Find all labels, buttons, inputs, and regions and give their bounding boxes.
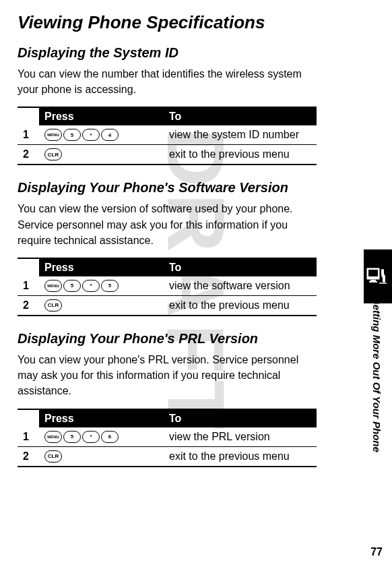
section-body: You can view the number that identifies … (18, 66, 317, 97)
clear-key-icon: CLR (44, 299, 62, 311)
step-description: exit to the previous menu (164, 295, 317, 315)
five-key-icon: 5 (63, 129, 81, 141)
computer-phone-icon (366, 267, 389, 286)
sidebar-chapter-label: Getting More Out Of Your Phone (371, 297, 383, 452)
key-sequence-cell: CLR (39, 145, 164, 165)
table-row: 2 CLR exit to the previous menu (18, 446, 317, 466)
step-description: view the system ID number (164, 125, 317, 145)
five-key-icon: 5 (101, 280, 119, 292)
step-description: exit to the previous menu (164, 145, 317, 165)
six-key-icon: 6 (101, 431, 119, 443)
table-header-press: Press (39, 108, 164, 125)
step-number: 1 (18, 125, 39, 145)
section-title: Displaying the System ID (18, 45, 317, 61)
svg-rect-2 (370, 280, 376, 281)
key-sequence-cell: MENU 5 * 5 (39, 276, 164, 296)
table-row: 1 MENU 5 * 4 view the system ID number (18, 125, 317, 145)
step-description: view the software version (164, 276, 317, 296)
star-key-icon: * (82, 280, 100, 292)
five-key-icon: 5 (63, 431, 81, 443)
sidebar-tab (364, 249, 392, 303)
section-system-id: Displaying the System ID You can view th… (18, 45, 317, 165)
svg-rect-3 (369, 281, 377, 282)
clear-key-icon: CLR (44, 450, 62, 463)
table-container: Press To 1 MENU 5 * 5 (18, 258, 317, 316)
table-header-to: To (164, 410, 317, 427)
section-title: Displaying Your Phone's Software Version (18, 180, 317, 196)
key-sequence-cell: MENU 5 * 6 (39, 427, 164, 447)
svg-rect-1 (368, 270, 378, 276)
table-header-blank (18, 410, 39, 427)
table-container: Press To 1 MENU 5 * 6 (18, 409, 317, 467)
table-header-press: Press (39, 410, 164, 427)
table-header-to: To (164, 108, 317, 125)
table-row: 2 CLR exit to the previous menu (18, 295, 317, 315)
table-header-press: Press (39, 259, 164, 276)
table-header-blank (18, 108, 39, 125)
star-key-icon: * (82, 129, 100, 141)
table-row: 2 CLR exit to the previous menu (18, 145, 317, 165)
step-description: exit to the previous menu (164, 446, 317, 466)
table-row: 1 MENU 5 * 5 view the software version (18, 276, 317, 296)
table-header-blank (18, 259, 39, 276)
five-key-icon: 5 (63, 280, 81, 292)
table-row: 1 MENU 5 * 6 view the PRL version (18, 427, 317, 447)
table-container: Press To 1 MENU 5 * 4 (18, 107, 317, 165)
step-number: 2 (18, 295, 39, 315)
page-title: Viewing Phone Specifications (18, 12, 317, 33)
step-number: 1 (18, 276, 39, 296)
key-sequence-cell: MENU 5 * 4 (39, 125, 164, 145)
menu-key-icon: MENU (44, 129, 62, 141)
section-body: You can view the version of software use… (18, 201, 317, 248)
instruction-table: Press To 1 MENU 5 * 4 (18, 108, 317, 164)
page-content: Viewing Phone Specifications Displaying … (0, 0, 350, 494)
menu-key-icon: MENU (44, 431, 62, 443)
instruction-table: Press To 1 MENU 5 * 5 (18, 259, 317, 315)
clear-key-icon: CLR (44, 148, 62, 160)
star-key-icon: * (82, 431, 100, 443)
menu-key-icon: MENU (44, 280, 62, 292)
key-sequence-cell: CLR (39, 446, 164, 466)
section-prl-version: Displaying Your Phone's PRL Version You … (18, 331, 317, 467)
table-header-to: To (164, 259, 317, 276)
section-software-version: Displaying Your Phone's Software Version… (18, 180, 317, 316)
four-key-icon: 4 (101, 129, 119, 141)
step-number: 2 (18, 446, 39, 466)
key-sequence-cell: CLR (39, 295, 164, 315)
step-description: view the PRL version (164, 427, 317, 447)
step-number: 2 (18, 145, 39, 165)
instruction-table: Press To 1 MENU 5 * 6 (18, 410, 317, 466)
page-number: 77 (370, 546, 383, 558)
section-title: Displaying Your Phone's PRL Version (18, 331, 317, 347)
step-number: 1 (18, 427, 39, 447)
section-body: You can view your phone's PRL version. S… (18, 352, 317, 399)
